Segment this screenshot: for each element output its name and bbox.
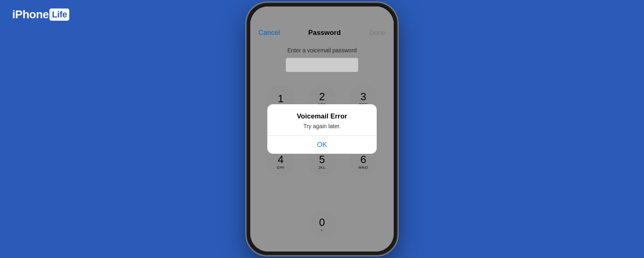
alert-message: Try again later. <box>275 123 369 129</box>
alert-content: Voicemail Error Try again later. <box>267 104 377 135</box>
logo-iphone-text: iPhone <box>12 8 49 21</box>
alert-dialog: Voicemail Error Try again later. OK <box>267 104 377 154</box>
screen-content: Cancel Password Done Enter a voicemail p… <box>250 6 394 252</box>
brand-logo: iPhone Life <box>12 8 69 21</box>
alert-ok-button[interactable]: OK <box>267 136 377 154</box>
iphone-screen: Cancel Password Done Enter a voicemail p… <box>250 6 394 252</box>
logo-life-text: Life <box>52 9 67 19</box>
alert-overlay: Voicemail Error Try again later. OK <box>250 6 394 252</box>
iphone-frame: Cancel Password Done Enter a voicemail p… <box>247 3 397 255</box>
alert-title: Voicemail Error <box>275 112 369 120</box>
logo-life-box: Life <box>49 9 69 21</box>
